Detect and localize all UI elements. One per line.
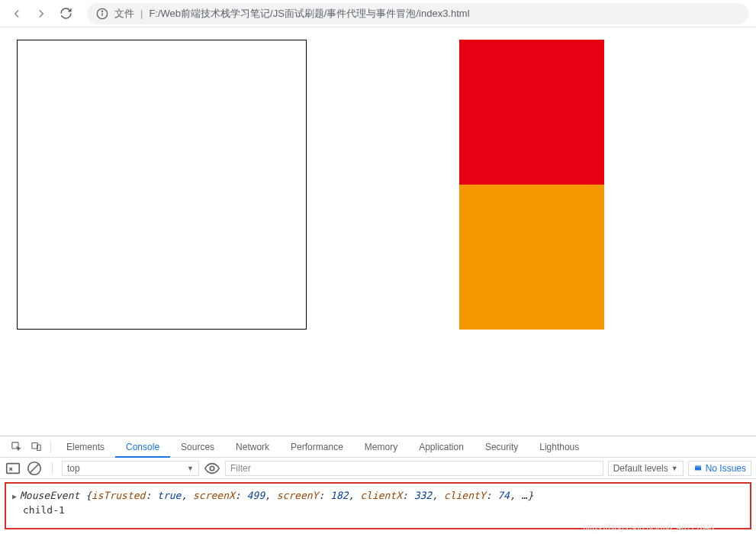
svg-line-8 [31, 464, 39, 472]
devtools-panel: Elements Console Sources Network Perform… [0, 436, 756, 534]
address-bar[interactable]: 文件 | F:/Web前端技术栈学习笔记/JS面试刷题/事件代理与事件冒泡/in… [87, 3, 748, 24]
console-log-object[interactable]: ▶ MouseEvent {isTrusted: true, screenX: … [12, 488, 744, 503]
svg-point-9 [210, 466, 214, 471]
console-log-text[interactable]: child-1 [12, 503, 744, 517]
url-file-label: 文件 [114, 7, 134, 21]
orange-block[interactable] [459, 185, 604, 330]
info-icon [96, 8, 108, 20]
tab-elements[interactable]: Elements [56, 436, 115, 458]
browser-chrome: 文件 | F:/Web前端技术栈学习笔记/JS面试刷题/事件代理与事件冒泡/in… [0, 0, 756, 27]
filter-input[interactable]: Filter [225, 461, 603, 476]
filter-placeholder: Filter [230, 463, 251, 474]
tab-separator [50, 441, 51, 453]
device-toggle-icon[interactable] [26, 437, 46, 457]
context-selector[interactable]: top ▼ [62, 461, 199, 476]
tab-memory[interactable]: Memory [354, 436, 408, 458]
tab-application[interactable]: Application [408, 436, 475, 458]
empty-box[interactable] [17, 40, 307, 330]
color-box [459, 40, 604, 330]
chevron-down-icon: ▼ [187, 465, 194, 472]
svg-point-2 [101, 11, 102, 11]
chevron-down-icon: ▼ [671, 465, 678, 472]
console-toolbar: top ▼ Filter Default levels ▼ No Issues [0, 458, 756, 479]
svg-rect-6 [7, 463, 20, 473]
svg-rect-10 [695, 465, 701, 470]
console-output[interactable]: ▶ MouseEvent {isTrusted: true, screenX: … [5, 482, 751, 529]
class-name: MouseEvent [20, 490, 79, 501]
tab-network[interactable]: Network [225, 436, 280, 458]
red-block[interactable] [459, 40, 604, 185]
devtools-tabs: Elements Console Sources Network Perform… [0, 436, 756, 458]
toolbar-separator [52, 462, 53, 474]
issues-label: No Issues [706, 463, 746, 474]
url-separator: | [140, 8, 143, 19]
levels-label: Default levels [613, 463, 668, 474]
reload-button[interactable] [56, 5, 75, 23]
expand-icon[interactable]: ▶ [12, 492, 17, 500]
tab-performance[interactable]: Performance [280, 436, 354, 458]
tab-console[interactable]: Console [115, 436, 170, 458]
context-value: top [67, 463, 80, 474]
sidebar-toggle-icon[interactable] [5, 460, 21, 477]
tab-lighthouse[interactable]: Lighthous [529, 436, 590, 458]
back-button[interactable] [8, 5, 26, 23]
forward-button[interactable] [32, 5, 50, 23]
page-viewport [0, 27, 756, 413]
inspect-icon[interactable] [6, 437, 26, 457]
clear-console-icon[interactable] [26, 460, 43, 477]
issues-icon [693, 464, 703, 473]
tab-sources[interactable]: Sources [170, 436, 225, 458]
issues-indicator[interactable]: No Issues [688, 461, 751, 476]
log-levels-selector[interactable]: Default levels ▼ [608, 461, 684, 476]
eye-icon[interactable] [204, 460, 220, 477]
url-text: F:/Web前端技术栈学习笔记/JS面试刷题/事件代理与事件冒泡/index3.… [149, 7, 469, 21]
tab-security[interactable]: Security [475, 436, 529, 458]
